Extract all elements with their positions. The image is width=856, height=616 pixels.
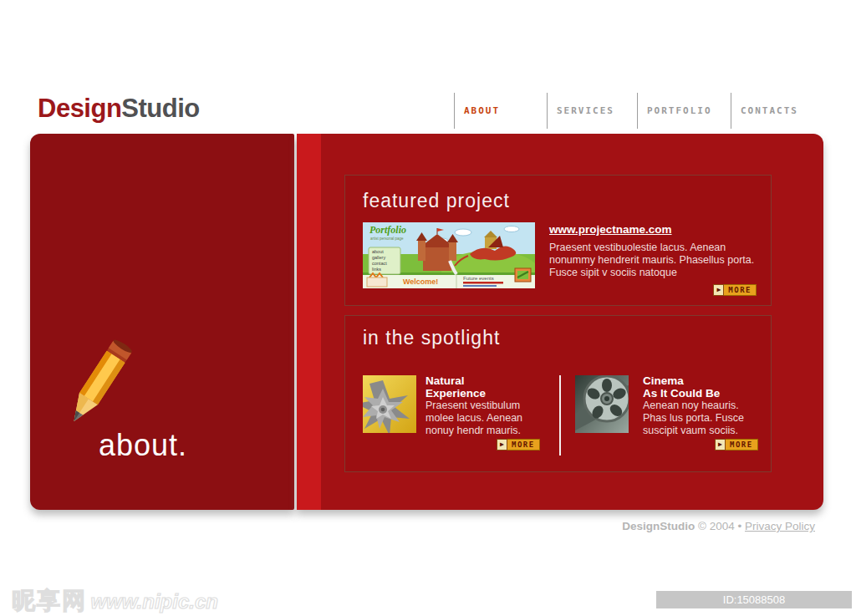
section-title-about: about. <box>99 428 187 463</box>
site-logo: DesignStudio <box>38 94 200 124</box>
nav-item-contacts[interactable]: CONTACTS <box>731 93 856 129</box>
featured-project-box: featured project about <box>344 175 772 306</box>
more-arrow-icon: ▶ <box>715 439 726 451</box>
logo-part-studio: Studio <box>121 94 199 123</box>
footer: DesignStudio © 2004 • Privacy Policy <box>622 520 815 532</box>
nav-item-portfolio[interactable]: PORTFOLIO <box>637 93 731 129</box>
spotlight-item-2-title-line1: Cinema <box>643 374 762 387</box>
watermark-url-text: www.nipic.cn <box>90 590 217 613</box>
more-arrow-icon: ▶ <box>497 439 507 451</box>
spotlight-divider <box>559 375 561 456</box>
svg-text:Future events: Future events <box>463 276 494 281</box>
spotlight-box: in the spotlight Natural Experience Prae… <box>344 315 772 472</box>
svg-text:Welcome!: Welcome! <box>403 277 438 286</box>
spotlight-item-1-title-line2: Experience <box>425 387 544 400</box>
svg-text:links: links <box>372 267 381 272</box>
spotlight-item-1-title-line1: Natural <box>425 374 544 387</box>
nipic-watermark: 昵享网 www.nipic.cn <box>12 585 218 616</box>
pencil-icon <box>64 330 135 439</box>
svg-text:contact: contact <box>372 261 387 266</box>
spotlight-item-1-description: Praesent vestibulum molee lacus. Aenean … <box>425 400 544 437</box>
spotlight-thumb-metal-flower[interactable] <box>363 375 416 433</box>
spotlight-item-2-title-line2: As It Could Be <box>643 387 762 400</box>
footer-brand: DesignStudio <box>622 520 695 532</box>
main-panel: featured project about <box>297 134 823 510</box>
more-button-label: MORE <box>724 284 757 296</box>
main-nav: ABOUT SERVICES PORTFOLIO CONTACTS <box>454 93 856 129</box>
accent-strip <box>297 134 321 510</box>
nav-item-services[interactable]: SERVICES <box>547 93 637 129</box>
featured-description: Praesent vestibuolestie lacus. Aenean no… <box>549 242 762 279</box>
footer-copyright: © 2004 • <box>698 520 741 532</box>
logo-part-design: Design <box>38 94 121 123</box>
spotlight-thumb-film-reel[interactable] <box>575 375 629 433</box>
svg-text:gallery: gallery <box>372 255 385 260</box>
svg-text:Portfolio: Portfolio <box>369 224 406 236</box>
spotlight-item-2-description: Aenean noy heauris. Phas lus porta. Fusc… <box>643 400 762 437</box>
spotlight-item-2: Cinema As It Could Be Aenean noy heauris… <box>643 374 762 437</box>
featured-text-column: www.projectname.com Praesent vestibuoles… <box>549 221 762 279</box>
spotlight-item-1: Natural Experience Praesent vestibulum m… <box>425 374 544 437</box>
watermark-cn-text: 昵享网 <box>12 588 87 613</box>
svg-text:artist personal page: artist personal page <box>370 237 404 241</box>
more-button-label: MORE <box>726 439 758 451</box>
featured-project-link[interactable]: www.projectname.com <box>549 223 672 236</box>
privacy-policy-link[interactable]: Privacy Policy <box>745 520 815 532</box>
image-id-bar: ID:15088508 NO:20151224094514152000 <box>656 591 852 608</box>
featured-title: featured project <box>363 190 510 212</box>
more-button-label: MORE <box>507 439 540 451</box>
more-arrow-icon: ▶ <box>713 284 724 296</box>
svg-text:about: about <box>372 249 384 254</box>
sidebar-panel: about. <box>30 134 294 510</box>
spotlight-item-1-more-button[interactable]: ▶ MORE <box>497 439 540 451</box>
nav-item-about[interactable]: ABOUT <box>454 93 547 129</box>
spotlight-item-2-more-button[interactable]: ▶ MORE <box>715 439 758 451</box>
featured-thumbnail-image[interactable]: about gallery contact links Portfolio ar… <box>363 222 535 288</box>
featured-more-button[interactable]: ▶ MORE <box>713 284 757 296</box>
spotlight-title: in the spotlight <box>363 327 500 349</box>
